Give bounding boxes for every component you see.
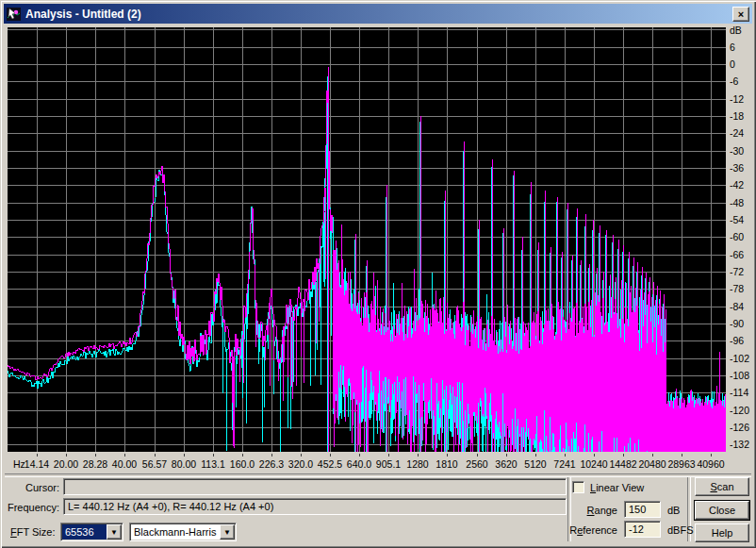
freq-tick-label: 7241: [553, 458, 575, 470]
db-tick-label: -96: [730, 335, 744, 346]
range-input[interactable]: 150: [624, 501, 661, 518]
reference-value: -12: [629, 523, 644, 535]
freq-tick-label: 14482: [609, 458, 636, 470]
range-value: 150: [629, 504, 646, 515]
freq-tick-label: 80.00: [172, 458, 196, 470]
freq-tick-label: 113.1: [201, 458, 225, 470]
frequency-label: Frequency:: [0, 502, 59, 513]
reference-label: Reference: [558, 524, 617, 536]
fft-size-dropdown-button[interactable]: ▼: [107, 524, 122, 540]
db-tick-label: -54: [730, 214, 744, 225]
spectrum-plot: [8, 27, 726, 452]
db-tick-label: -84: [730, 301, 744, 312]
reference-input[interactable]: -12: [624, 521, 661, 538]
cursor-label: Cursor:: [0, 482, 59, 493]
db-axis-unit-label: dB: [730, 25, 742, 36]
window-function-select[interactable]: Blackmann-Harris ▼: [129, 523, 237, 541]
freq-tick-label: 40960: [697, 458, 724, 470]
reference-unit-label: dBFS: [667, 524, 694, 536]
freq-tick-label: 2560: [466, 458, 487, 470]
freq-tick-mark: [124, 454, 125, 457]
freq-tick-mark: [652, 454, 653, 457]
frequency-axis-labels: Hz14.1420.0028.2840.0056.5780.00113.1160…: [8, 453, 733, 473]
range-label: Range: [564, 505, 617, 516]
db-tick-label: -36: [730, 162, 744, 174]
scan-button[interactable]: Scan: [695, 477, 749, 496]
db-tick-label: 0: [730, 58, 735, 70]
freq-tick-label: 20480: [638, 458, 666, 470]
db-tick-label: -24: [730, 127, 744, 139]
cursor-field: [63, 478, 567, 495]
freq-tick-mark: [301, 454, 302, 457]
freq-tick-label: 452.5: [318, 458, 342, 470]
freq-tick-mark: [330, 454, 331, 457]
freq-tick-label: 905.1: [376, 458, 401, 470]
freq-tick-label: 160.0: [230, 458, 255, 470]
titlebar[interactable]: Analysis - Untitled (2) ×: [4, 4, 752, 24]
fft-size-value: 65536: [62, 524, 107, 540]
freq-tick-mark: [594, 454, 595, 457]
separator-line: [5, 473, 751, 477]
freq-tick-mark: [213, 454, 214, 457]
freq-tick-mark: [37, 454, 38, 457]
freq-tick-label: 56.57: [142, 458, 167, 470]
help-button[interactable]: Help: [695, 523, 749, 542]
linear-view-label[interactable]: Linear View: [590, 482, 644, 493]
close-button[interactable]: Close: [695, 501, 749, 520]
fft-size-label: FFT Size:: [10, 526, 56, 538]
db-tick-label: -90: [730, 318, 744, 329]
freq-tick-label: 28963: [667, 458, 695, 470]
freq-tick-label: 10240: [580, 458, 607, 470]
freq-tick-label: 3620: [495, 458, 517, 470]
freq-tick-label: 1810: [436, 458, 457, 470]
db-tick-label: -12: [730, 93, 744, 105]
freq-tick-label: 226.3: [259, 458, 284, 470]
db-tick-label: -6: [730, 75, 738, 87]
db-tick-label: -114: [730, 387, 748, 398]
db-tick-label: -72: [730, 266, 744, 277]
freq-tick-label: 28.28: [83, 458, 107, 470]
db-tick-label: -42: [730, 179, 744, 191]
freq-tick-mark: [95, 454, 96, 457]
freq-tick-mark: [447, 454, 448, 457]
db-tick-label: -48: [730, 197, 744, 208]
frequency-field: L= 440.12 Hz (A4 +0), R= 440.12 Hz (A4 +…: [63, 498, 567, 515]
freq-tick-mark: [477, 454, 478, 457]
freq-tick-mark: [506, 454, 507, 457]
freq-tick-mark: [535, 454, 536, 457]
window-function-dropdown-button[interactable]: ▼: [220, 524, 235, 540]
chevron-down-icon: ▼: [223, 528, 231, 537]
db-tick-label: -126: [730, 422, 749, 433]
db-tick-label: -66: [730, 249, 744, 260]
fft-size-select[interactable]: 65536 ▼: [60, 523, 123, 541]
window-function-value: Blackmann-Harris: [131, 524, 220, 540]
window-title: Analysis - Untitled (2): [25, 8, 732, 21]
analysis-icon: [7, 7, 22, 22]
freq-tick-label: 1280: [406, 458, 428, 470]
linear-view-checkbox[interactable]: [572, 481, 584, 493]
db-tick-label: -78: [730, 283, 744, 294]
freq-tick-label: 14.14: [25, 458, 49, 470]
frequency-value: L= 440.12 Hz (A4 +0), R= 440.12 Hz (A4 +…: [68, 501, 273, 512]
freq-tick-label: 5120: [524, 458, 546, 470]
freq-tick-mark: [271, 454, 272, 457]
range-unit-label: dB: [667, 505, 680, 516]
freq-tick-mark: [682, 454, 682, 457]
db-tick-label: -60: [730, 231, 744, 242]
freq-tick-mark: [155, 454, 156, 457]
freq-tick-mark: [66, 454, 67, 457]
chevron-down-icon: ▼: [110, 528, 118, 537]
freq-tick-mark: [388, 454, 389, 457]
db-tick-label: -132: [730, 439, 749, 450]
freq-tick-label: 320.0: [288, 458, 313, 470]
db-tick-label: -18: [730, 110, 744, 122]
freq-tick-label: 20.00: [54, 458, 78, 470]
spectrum-plot-area[interactable]: [8, 27, 726, 452]
freq-tick-label: 40.00: [112, 458, 137, 470]
analysis-window: Analysis - Untitled (2) × dB60-6-12-18-2…: [0, 0, 756, 548]
db-tick-label: 6: [730, 42, 735, 53]
freq-tick-label: 640.0: [347, 458, 371, 470]
db-tick-label: -30: [730, 145, 744, 157]
freq-tick-mark: [623, 454, 624, 457]
freq-tick-mark: [184, 454, 185, 457]
